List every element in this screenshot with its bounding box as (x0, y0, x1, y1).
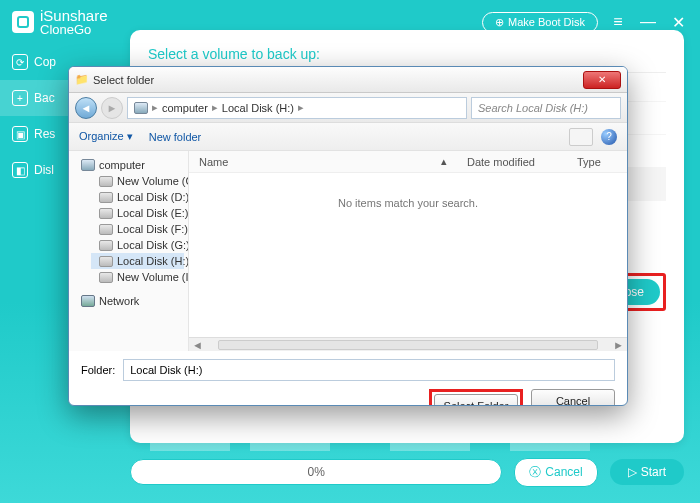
select-folder-button[interactable]: Select Folder (434, 394, 518, 406)
copy-icon: ⟳ (12, 54, 28, 70)
network-icon (81, 295, 95, 307)
sidebar-item-copy[interactable]: ⟳Cop (0, 44, 70, 80)
drive-icon (99, 176, 113, 187)
address-bar[interactable]: ▸ computer ▸ Local Disk (H:) ▸ (127, 97, 467, 119)
dialog-close-button[interactable]: ✕ (583, 71, 621, 89)
drive-icon (99, 224, 113, 235)
sidebar: ⟳Cop +Bac ▣Res ◧Disl (0, 44, 70, 503)
tree-computer[interactable]: computer (73, 157, 184, 173)
scroll-right-icon[interactable]: ► (610, 339, 627, 351)
sidebar-item-disk[interactable]: ◧Disl (0, 152, 70, 188)
col-type[interactable]: Type (567, 156, 627, 168)
tree-network[interactable]: Network (73, 293, 184, 309)
dialog-toolbar: Organize ▾ New folder ? (69, 123, 627, 151)
brand: iSunshare CloneGo (12, 7, 108, 37)
scroll-left-icon[interactable]: ◄ (189, 339, 206, 351)
computer-icon (81, 159, 95, 171)
file-list: Name ▴ Date modified Type No items match… (189, 151, 627, 351)
tree-drive[interactable]: New Volume (C: (91, 173, 184, 189)
nav-back-button[interactable]: ◄ (75, 97, 97, 119)
dialog-titlebar[interactable]: 📁 Select folder ✕ (69, 67, 627, 93)
menu-icon[interactable]: ≡ (608, 12, 628, 32)
file-list-header[interactable]: Name ▴ Date modified Type (189, 151, 627, 173)
cancel-button[interactable]: ⓧCancel (514, 458, 597, 487)
search-input[interactable]: Search Local Disk (H:) (471, 97, 621, 119)
help-icon[interactable]: ? (601, 129, 617, 145)
folder-label: Folder: (81, 364, 115, 376)
dialog-nav: ◄ ► ▸ computer ▸ Local Disk (H:) ▸ Searc… (69, 93, 627, 123)
close-button[interactable]: ✕ (668, 12, 688, 32)
panel-title: Select a volume to back up: (148, 46, 666, 62)
plus-icon: ⊕ (495, 16, 504, 29)
minimize-button[interactable]: — (638, 12, 658, 32)
brand-line2: CloneGo (40, 22, 108, 37)
drive-icon (99, 192, 113, 203)
col-name[interactable]: Name (189, 156, 431, 168)
tree-drive[interactable]: Local Disk (E:) (91, 205, 184, 221)
folder-icon: 📁 (75, 73, 89, 86)
folder-name-input[interactable] (123, 359, 615, 381)
decor-hills (130, 425, 684, 451)
computer-icon (134, 102, 148, 114)
sidebar-item-backup[interactable]: +Bac (0, 80, 70, 116)
col-date[interactable]: Date modified (457, 156, 567, 168)
start-button[interactable]: ▷Start (610, 459, 684, 485)
tree-drive[interactable]: Local Disk (G:) (91, 237, 184, 253)
drive-icon (99, 240, 113, 251)
tree-drive[interactable]: Local Disk (D:) (91, 189, 184, 205)
view-mode-button[interactable] (569, 128, 593, 146)
drive-icon (99, 256, 113, 267)
brand-icon (12, 11, 34, 33)
horizontal-scrollbar[interactable]: ◄ ► (189, 337, 627, 351)
tree-drive[interactable]: New Volume (I:) (91, 269, 184, 285)
dialog-title: Select folder (93, 74, 154, 86)
tree-drive[interactable]: Local Disk (F:) (91, 221, 184, 237)
bottom-bar: 0% ⓧCancel ▷Start (130, 453, 684, 491)
select-folder-dialog: 📁 Select folder ✕ ◄ ► ▸ computer ▸ Local… (68, 66, 628, 406)
disk-icon: ◧ (12, 162, 28, 178)
drive-icon (99, 208, 113, 219)
play-icon: ▷ (628, 465, 637, 479)
sort-indicator-icon: ▴ (431, 155, 457, 168)
x-icon: ⓧ (529, 464, 541, 481)
sidebar-item-restore[interactable]: ▣Res (0, 116, 70, 152)
restore-icon: ▣ (12, 126, 28, 142)
empty-message: No items match your search. (189, 173, 627, 337)
dialog-cancel-button[interactable]: Cancel (531, 389, 615, 406)
new-folder-button[interactable]: New folder (149, 131, 202, 143)
progress-bar: 0% (130, 459, 502, 485)
nav-forward-button[interactable]: ► (101, 97, 123, 119)
tree-drive[interactable]: Local Disk (H:) (91, 253, 184, 269)
backup-icon: + (12, 90, 28, 106)
organize-menu[interactable]: Organize ▾ (79, 130, 133, 143)
drive-icon (99, 272, 113, 283)
folder-tree[interactable]: computer New Volume (C: Local Disk (D:) … (69, 151, 189, 351)
